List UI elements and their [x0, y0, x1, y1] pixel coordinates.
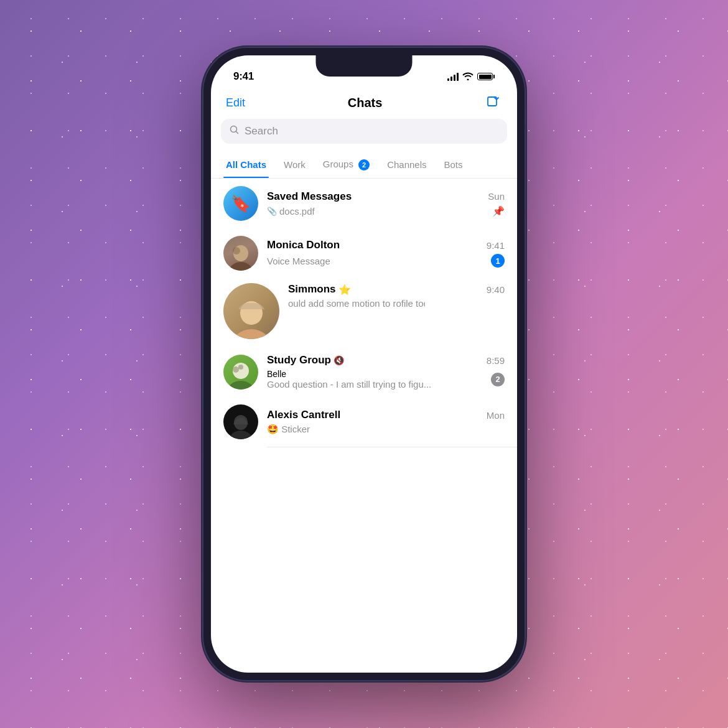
- groups-badge: 2: [358, 159, 370, 170]
- page-title: Chats: [348, 96, 383, 110]
- search-bar[interactable]: Search: [221, 119, 507, 144]
- chat-name: Alexis Cantrell: [267, 409, 340, 421]
- chat-top: Monica Dolton 9:41: [267, 239, 505, 251]
- chat-preview: ould add some motion to rofile too 😄: [288, 298, 425, 309]
- chat-time: Sun: [488, 191, 505, 202]
- bookmark-icon: 🔖: [231, 194, 251, 213]
- chat-time: 8:59: [487, 355, 505, 366]
- chat-top: Study Group 🔇 8:59: [267, 354, 505, 366]
- phone-screen: 9:41: [211, 55, 517, 673]
- tab-work[interactable]: Work: [281, 153, 308, 177]
- svg-point-6: [231, 329, 271, 339]
- avatar: [223, 236, 258, 271]
- chat-bottom-row: Belle Good question - I am still trying …: [267, 369, 505, 390]
- chat-content: Monica Dolton 9:41 Voice Message 1: [267, 239, 505, 268]
- svg-point-8: [227, 381, 254, 390]
- star-icon: ⭐: [338, 284, 351, 296]
- status-icons: [447, 72, 495, 82]
- chat-time: Mon: [487, 410, 505, 421]
- unread-badge: 2: [491, 373, 505, 386]
- avatar: [223, 355, 258, 390]
- chat-bottom-row: Voice Message 1: [267, 254, 505, 268]
- chat-time: 9:40: [487, 284, 505, 295]
- pin-icon: 📌: [492, 205, 505, 217]
- chat-content: Saved Messages Sun 📎 docs.pdf 📌: [267, 190, 505, 217]
- edit-button[interactable]: Edit: [226, 96, 245, 110]
- chat-preview: 🤩 Sticker: [267, 424, 310, 435]
- chat-preview: 📎 docs.pdf: [267, 206, 315, 217]
- svg-point-4: [233, 247, 240, 254]
- chat-content: Study Group 🔇 8:59 Belle Good question -…: [267, 354, 505, 390]
- svg-point-10: [238, 365, 243, 370]
- chat-bottom-row: 📎 docs.pdf 📌: [267, 205, 505, 217]
- phone-wrapper: 9:41: [202, 47, 526, 681]
- status-time: 9:41: [233, 70, 254, 83]
- compose-button[interactable]: [485, 94, 502, 111]
- unread-badge: 1: [491, 254, 505, 268]
- tab-bots[interactable]: Bots: [442, 153, 465, 177]
- clip-icon: 📎: [267, 207, 277, 216]
- search-container: Search: [211, 119, 517, 152]
- chat-top: Saved Messages Sun: [267, 190, 505, 203]
- header: Edit Chats: [211, 89, 517, 119]
- signal-icon: [447, 72, 459, 81]
- list-item[interactable]: 🔖 Saved Messages Sun 📎 docs.pdf 📌: [211, 179, 517, 228]
- chat-name: Monica Dolton: [267, 239, 340, 251]
- filter-tabs: All Chats Work Groups 2 Channels Bots: [211, 152, 517, 179]
- list-item[interactable]: Study Group 🔇 8:59 Belle Good question -…: [211, 347, 517, 397]
- chat-name: Saved Messages: [267, 190, 352, 203]
- svg-point-9: [233, 366, 239, 373]
- avatar: [223, 283, 279, 339]
- chat-list: 🔖 Saved Messages Sun 📎 docs.pdf 📌: [211, 179, 517, 673]
- avatar: [223, 404, 258, 439]
- battery-icon: [477, 73, 495, 80]
- chat-bottom-row: 🤩 Sticker: [267, 424, 505, 435]
- chat-top: Simmons ⭐ 9:40: [288, 283, 505, 296]
- chat-top: Alexis Cantrell Mon: [267, 409, 505, 421]
- chat-time: 9:41: [487, 240, 505, 251]
- search-placeholder: Search: [245, 125, 278, 138]
- list-item[interactable]: Monica Dolton 9:41 Voice Message 1: [211, 228, 517, 278]
- chat-name: Study Group 🔇: [267, 354, 344, 366]
- svg-point-3: [228, 262, 253, 271]
- mute-icon: 🔇: [334, 355, 344, 365]
- list-item[interactable]: Alexis Cantrell Mon 🤩 Sticker: [211, 397, 517, 447]
- tab-all-chats[interactable]: All Chats: [223, 153, 269, 177]
- tab-channels[interactable]: Channels: [385, 153, 429, 177]
- svg-point-12: [228, 431, 253, 439]
- wifi-icon: [462, 72, 474, 82]
- avatar: 🔖: [223, 186, 258, 221]
- chat-preview: Voice Message: [267, 256, 330, 266]
- chat-preview: Belle Good question - I am still trying …: [267, 369, 431, 390]
- list-item[interactable]: Simmons ⭐ 9:40 ould add some motion to r…: [211, 278, 517, 347]
- chat-name: Simmons ⭐: [288, 283, 351, 296]
- notch: [316, 55, 413, 77]
- search-icon: [230, 125, 240, 138]
- chat-content: Simmons ⭐ 9:40 ould add some motion to r…: [288, 283, 505, 309]
- chat-bottom-row: ould add some motion to rofile too 😄: [288, 298, 505, 309]
- tab-groups[interactable]: Groups 2: [320, 152, 372, 178]
- chat-content: Alexis Cantrell Mon 🤩 Sticker: [267, 409, 505, 435]
